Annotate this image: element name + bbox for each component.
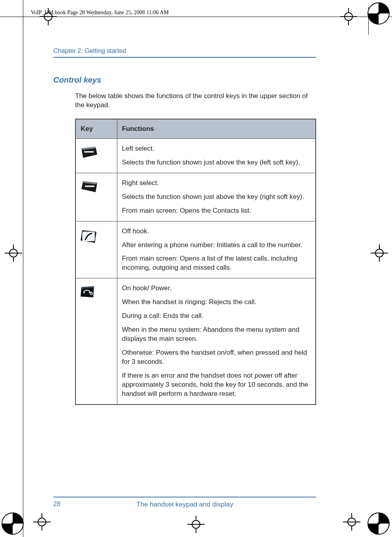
cell-text: On hook/ Power. bbox=[122, 284, 311, 293]
crop-line bbox=[23, 0, 23, 537]
svg-rect-2 bbox=[82, 232, 95, 241]
cell-text: Otherwise: Powers the handset on/off, wh… bbox=[122, 348, 311, 367]
registration-mark-icon bbox=[368, 2, 390, 25]
crosshair-mark-icon bbox=[5, 244, 22, 262]
off-hook-key-icon bbox=[81, 229, 98, 246]
cell-text: Selects the function shown just above th… bbox=[122, 193, 311, 202]
cell-text: When the handset is ringing: Rejects the… bbox=[122, 298, 311, 307]
crosshair-mark-icon bbox=[33, 513, 51, 531]
right-select-key-icon bbox=[81, 180, 98, 196]
left-select-key-icon bbox=[81, 146, 98, 161]
cell-text: If there is an error and the handset doe… bbox=[122, 371, 311, 399]
cell-text: From main screen: Opens the Contacts lis… bbox=[122, 206, 311, 216]
on-hook-power-key-icon bbox=[81, 286, 95, 301]
crosshair-mark-icon bbox=[340, 8, 357, 25]
cell-text: Left select. bbox=[122, 144, 311, 153]
svg-rect-1 bbox=[85, 185, 94, 187]
cell-text: After entering a phone number: Initiates… bbox=[122, 241, 311, 250]
registration-mark-icon bbox=[368, 512, 390, 535]
section-heading: Control keys bbox=[53, 76, 316, 85]
table-row: On hook/ Power. When the handset is ring… bbox=[75, 278, 316, 405]
cell-text: Off hook. bbox=[122, 227, 311, 236]
chapter-heading: Chapter 2: Getting started bbox=[53, 47, 316, 58]
svg-rect-0 bbox=[84, 151, 94, 153]
page-content: Chapter 2: Getting started Control keys … bbox=[53, 47, 316, 405]
crop-header-text: VoIP_UM.book Page 28 Wednesday, June 25,… bbox=[31, 9, 169, 16]
cell-text: From main screen: Opens a list of the la… bbox=[122, 254, 311, 272]
control-keys-table: Key Functions Left select. bbox=[75, 119, 316, 405]
page-footer: 28 The handset keypad and display bbox=[53, 497, 316, 511]
cell-text: During a call: Ends the call. bbox=[122, 312, 311, 321]
crop-line bbox=[0, 17, 392, 17]
registration-mark-icon bbox=[2, 512, 24, 535]
table-header-key: Key bbox=[75, 119, 117, 139]
section-intro: The below table shows the functions of t… bbox=[75, 92, 316, 110]
footer-title: The handset keypad and display bbox=[53, 501, 316, 509]
cell-text: When in the menu system: Abandons the me… bbox=[122, 325, 311, 344]
table-header-functions: Functions bbox=[117, 119, 316, 139]
cell-text: Selects the function shown just above th… bbox=[122, 158, 311, 167]
crosshair-mark-icon bbox=[371, 244, 388, 262]
crosshair-mark-icon bbox=[187, 516, 205, 533]
table-row: Off hook. After entering a phone number:… bbox=[75, 221, 316, 278]
crosshair-mark-icon bbox=[343, 513, 360, 531]
cell-text: Right select. bbox=[122, 179, 311, 188]
table-row: Left select. Selects the function shown … bbox=[75, 138, 316, 173]
table-row: Right select. Selects the function shown… bbox=[75, 173, 316, 221]
